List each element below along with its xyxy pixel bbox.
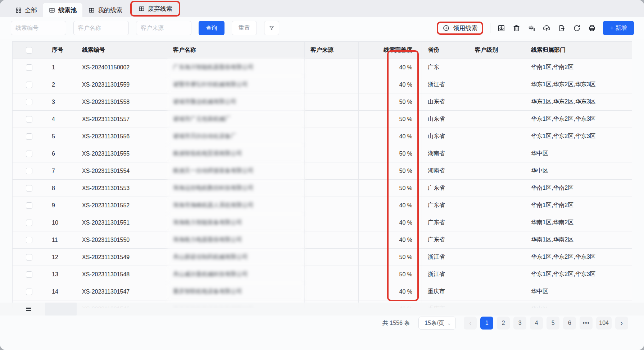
cloud-upload-icon (543, 24, 551, 32)
cloud-upload-button[interactable] (543, 24, 551, 32)
add-new-button[interactable]: + 新增 (603, 21, 634, 35)
prev-page-button[interactable]: ‹ (464, 317, 477, 330)
cell-completeness: 50 % (359, 266, 422, 283)
cell-completeness: 40 % (359, 214, 422, 231)
table-row[interactable]: 6 XS-202311301555 株洲智造机电贸易有限公司 50 % 湖南省 … (13, 145, 632, 162)
cell-customer-level (469, 93, 525, 111)
cell-index: 8 (46, 180, 76, 197)
table-row[interactable]: 5 XS-202311301556 诸城市贝尔自动化设备厂 40 % 山东省 华… (13, 128, 632, 145)
table-row[interactable]: 3 XS-202311301558 诸城市隆达机械有限公司 50 % 山东省 华… (13, 93, 632, 111)
cell-index: 5 (46, 128, 76, 145)
page-button-5[interactable]: 5 (547, 317, 559, 330)
table-row[interactable]: 4 XS-202311301557 诸城市广元包装机械厂 50 % 山东省 华东… (13, 111, 632, 128)
cell-department: 华东1区,华东2区,华东3区 (525, 249, 632, 266)
cell-customer-level (469, 266, 525, 283)
page-button-104[interactable]: 104 (596, 317, 612, 330)
page-ellipsis-button[interactable]: ••• (580, 317, 593, 330)
row-checkbox[interactable] (26, 185, 32, 192)
cell-completeness: 40 % (359, 197, 422, 214)
row-checkbox[interactable] (26, 133, 32, 140)
column-header: 线索归属部门 (525, 42, 632, 59)
cell-completeness: 50 % (359, 145, 422, 162)
lead-management-app: 全部 线索池 我的线索 废弃线索 查询 重置 (0, 0, 644, 350)
cell-customer-source (305, 128, 359, 145)
row-checkbox[interactable] (26, 168, 32, 174)
tab-bar: 全部 线索池 我的线索 废弃线索 (0, 0, 644, 17)
row-checkbox-cell (13, 59, 46, 76)
page-size-select[interactable]: 15条/页 ⌄ (418, 317, 456, 330)
customer-source-input[interactable] (136, 21, 191, 35)
pagination: 共 1556 条 15条/页 ⌄ ‹ 123456•••104 › (382, 316, 628, 330)
scrollbar-handle-icon[interactable] (26, 307, 31, 312)
column-header: 省份 (422, 42, 469, 59)
cell-customer-source (305, 231, 359, 249)
row-checkbox[interactable] (26, 116, 32, 123)
inbox-import-button[interactable] (497, 24, 505, 32)
tab-my-leads[interactable]: 我的线索 (82, 3, 128, 17)
cell-completeness: 50 % (359, 249, 422, 266)
advanced-filter-button[interactable] (264, 21, 279, 35)
select-all-checkbox[interactable] (26, 47, 32, 54)
cell-lead-code: XS-202311301553 (76, 180, 167, 197)
tab-lead-pool[interactable]: 线索池 (43, 3, 82, 17)
page-button-6[interactable]: 6 (563, 317, 576, 330)
next-page-button[interactable]: › (615, 317, 628, 330)
gear-icon (527, 24, 536, 32)
lead-code-input[interactable] (11, 21, 66, 35)
cell-customer-level (469, 128, 525, 145)
row-checkbox[interactable] (26, 99, 32, 105)
tab-all[interactable]: 全部 (9, 3, 43, 17)
row-checkbox[interactable] (26, 254, 32, 261)
cell-customer-name: 诸暨市睿弘针织机械有限公司 (167, 76, 305, 93)
table-row[interactable]: 7 XS-202311301554 株洲天一自动焊接装备有限公司 50 % 湖南… (13, 162, 632, 180)
cell-customer-name: 舟山威尔曼机械科技有限公司 (167, 266, 305, 283)
cell-customer-name: 广东海川智能机器股份有限公司 (167, 59, 305, 76)
table-row[interactable]: 10 XS-202311301551 珠海格力智能装备有限公司 40 % 广东省… (13, 214, 632, 231)
table-row[interactable]: 12 XS-202311301549 舟山新诺佳制药机械有限公司 50 % 浙江… (13, 249, 632, 266)
customer-name-input[interactable] (73, 21, 129, 35)
claim-leads-button[interactable]: 领用线索 (443, 24, 477, 32)
row-checkbox[interactable] (26, 82, 32, 88)
cell-index: 13 (46, 266, 76, 283)
cell-index: 3 (46, 93, 76, 111)
page-button-2[interactable]: 2 (497, 317, 510, 330)
table-row[interactable]: 11 XS-202311301550 珠海格力电器股份有限公司 40 % 广东省… (13, 231, 632, 249)
row-checkbox-cell (13, 128, 46, 145)
page-button-1[interactable]: 1 (480, 317, 493, 330)
table-row[interactable]: 2 XS-202311301559 诸暨市睿弘针织机械有限公司 40 % 浙江省… (13, 76, 632, 93)
table-row[interactable]: 14 XS-202311301547 重庆智联机电设备有限公司 40 % 重庆市… (13, 283, 632, 300)
print-button[interactable] (588, 24, 596, 32)
row-checkbox[interactable] (26, 289, 32, 295)
cell-department: 华南1区,华南2区 (525, 59, 632, 76)
page-button-4[interactable]: 4 (530, 317, 543, 330)
table-row[interactable]: 13 XS-202311301548 舟山威尔曼机械科技有限公司 50 % 浙江… (13, 266, 632, 283)
export-button[interactable] (558, 24, 566, 32)
scrollbar-thumb[interactable] (45, 303, 77, 316)
cell-index: 10 (46, 214, 76, 231)
table-row[interactable]: 8 XS-202311301553 珠海运控电机数控科技有限公司 50 % 广东… (13, 180, 632, 197)
table-row[interactable]: 1 XS-202401150002 广东海川智能机器股份有限公司 40 % 广东… (13, 59, 632, 76)
cell-department: 华东1区,华东2区,华东3区 (525, 93, 632, 111)
row-checkbox[interactable] (26, 220, 32, 226)
delete-button[interactable] (512, 24, 521, 32)
row-checkbox[interactable] (26, 202, 32, 209)
row-checkbox[interactable] (26, 237, 32, 243)
cell-customer-source (305, 214, 359, 231)
cell-province: 广东省 (422, 180, 469, 197)
row-checkbox[interactable] (26, 271, 32, 278)
cell-customer-name: 舟山新诺佳制药机械有限公司 (167, 249, 305, 266)
search-button[interactable]: 查询 (199, 21, 225, 35)
page-button-3[interactable]: 3 (513, 317, 526, 330)
tab-discarded-leads[interactable]: 废弃线索 (132, 2, 178, 15)
file-export-icon (558, 24, 566, 32)
row-checkbox[interactable] (26, 151, 32, 157)
reset-button[interactable]: 重置 (232, 21, 257, 35)
row-checkbox-cell (13, 180, 46, 197)
cell-customer-name: 诸城市贝尔自动化设备厂 (167, 128, 305, 145)
table-row[interactable]: 9 XS-202311301552 珠海市海峰机器人系统有限公司 40 % 广东… (13, 197, 632, 214)
settings-button[interactable] (527, 24, 536, 32)
row-checkbox-cell (13, 76, 46, 93)
row-checkbox[interactable] (26, 64, 32, 71)
cell-province: 浙江省 (422, 249, 469, 266)
refresh-button[interactable] (573, 24, 581, 32)
